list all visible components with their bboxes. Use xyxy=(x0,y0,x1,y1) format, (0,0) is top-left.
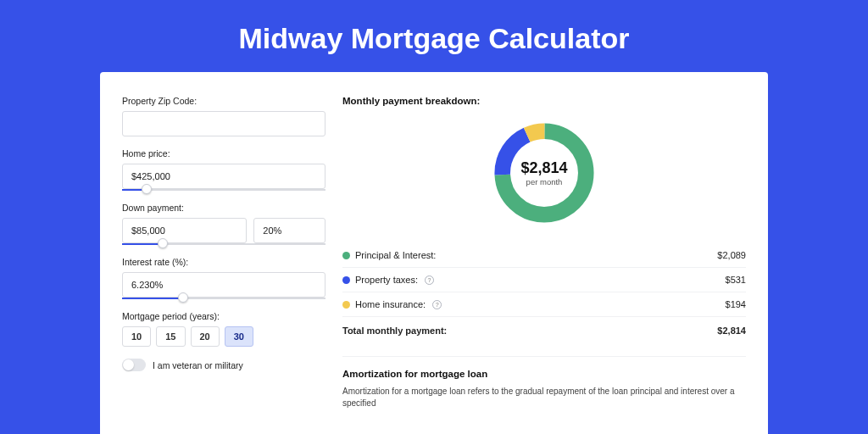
calculator-card: Property Zip Code: Home price: Down paym… xyxy=(100,72,768,434)
legend-dot-icon xyxy=(342,276,350,284)
legend-list: Principal & Interest:$2,089Property taxe… xyxy=(342,243,746,317)
period-label: Mortgage period (years): xyxy=(122,311,326,321)
legend-row: Home insurance:?$194 xyxy=(342,292,746,317)
breakdown-title: Monthly payment breakdown: xyxy=(342,96,746,106)
total-value: $2,814 xyxy=(717,326,746,336)
interest-rate-label: Interest rate (%): xyxy=(122,257,326,267)
period-button-15[interactable]: 15 xyxy=(156,326,185,347)
legend-label: Principal & Interest: xyxy=(355,250,436,260)
period-group: Mortgage period (years): 10152030 xyxy=(122,311,326,347)
legend-left: Principal & Interest: xyxy=(342,250,436,260)
amortization-title: Amortization for mortgage loan xyxy=(342,369,746,379)
toggle-knob-icon xyxy=(123,359,134,370)
home-price-group: Home price: xyxy=(122,148,326,191)
veteran-label: I am veteran or military xyxy=(153,360,243,370)
legend-left: Property taxes:? xyxy=(342,275,434,285)
slider-thumb-icon[interactable] xyxy=(142,184,152,194)
donut-amount: $2,814 xyxy=(520,159,567,177)
breakdown-column: Monthly payment breakdown: $2,814 per mo… xyxy=(342,96,746,413)
home-price-label: Home price: xyxy=(122,148,326,159)
down-payment-label: Down payment: xyxy=(122,203,326,213)
zip-label: Property Zip Code: xyxy=(122,96,326,106)
inputs-column: Property Zip Code: Home price: Down paym… xyxy=(122,96,326,413)
legend-dot-icon xyxy=(342,301,350,309)
legend-row: Property taxes:?$531 xyxy=(342,268,746,292)
period-button-20[interactable]: 20 xyxy=(191,326,220,347)
home-price-slider[interactable] xyxy=(122,189,326,191)
legend-value: $2,089 xyxy=(717,250,746,260)
interest-rate-slider[interactable] xyxy=(122,298,326,299)
donut-sub: per month xyxy=(520,177,567,186)
info-icon[interactable]: ? xyxy=(432,300,442,309)
legend-label: Property taxes: xyxy=(355,275,418,285)
total-label: Total monthly payment: xyxy=(342,326,447,336)
down-payment-group: Down payment: xyxy=(122,203,326,245)
home-price-input[interactable] xyxy=(122,164,326,189)
legend-row: Principal & Interest:$2,089 xyxy=(342,243,746,268)
amortization-section: Amortization for mortgage loan Amortizat… xyxy=(342,356,746,409)
page-title: Midway Mortgage Calculator xyxy=(0,0,868,72)
legend-left: Home insurance:? xyxy=(342,299,442,309)
period-options: 10152030 xyxy=(122,326,326,347)
zip-input[interactable] xyxy=(122,111,326,136)
down-payment-amount-input[interactable] xyxy=(122,218,247,243)
donut-chart: $2,814 per month xyxy=(342,118,746,228)
legend-total-row: Total monthly payment: $2,814 xyxy=(342,317,746,342)
interest-rate-input[interactable] xyxy=(122,272,326,298)
period-button-10[interactable]: 10 xyxy=(122,326,151,347)
donut-center: $2,814 per month xyxy=(520,159,567,186)
legend-value: $194 xyxy=(726,299,746,309)
zip-group: Property Zip Code: xyxy=(122,96,326,136)
interest-rate-group: Interest rate (%): xyxy=(122,257,326,299)
veteran-toggle[interactable] xyxy=(122,359,146,371)
slider-thumb-icon[interactable] xyxy=(158,238,168,248)
legend-dot-icon xyxy=(342,252,350,259)
slider-thumb-icon[interactable] xyxy=(178,292,188,303)
amortization-text: Amortization for a mortgage loan refers … xyxy=(342,386,746,409)
period-button-30[interactable]: 30 xyxy=(225,326,253,347)
legend-label: Home insurance: xyxy=(355,299,426,309)
legend-value: $531 xyxy=(726,275,746,285)
veteran-row: I am veteran or military xyxy=(122,359,326,371)
down-payment-percent-input[interactable] xyxy=(253,218,326,243)
down-payment-slider[interactable] xyxy=(122,243,326,245)
info-icon[interactable]: ? xyxy=(425,275,434,285)
